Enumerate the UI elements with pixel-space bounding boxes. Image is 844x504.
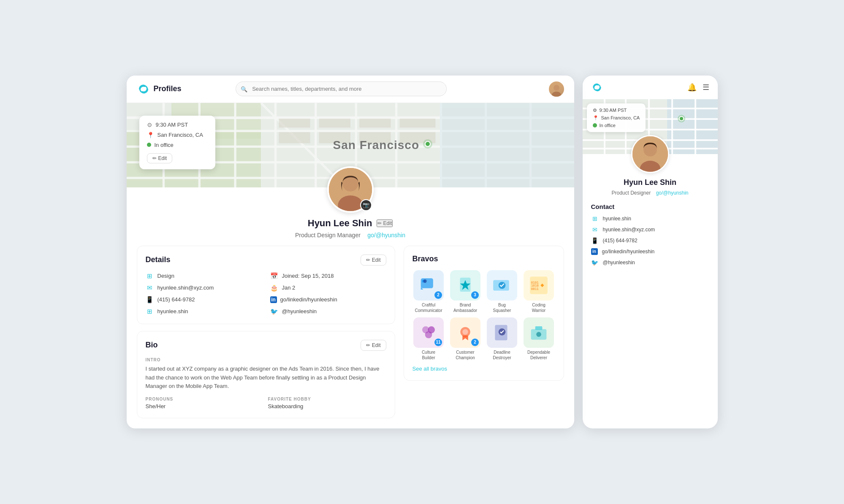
twitter-icon: 🐦 [270, 308, 279, 315]
pencil-icon: ✏ [366, 342, 370, 348]
popup-status: In office [155, 142, 174, 148]
contact-title: Contact [591, 203, 709, 210]
bravo-name: BugSquasher [486, 302, 518, 313]
mobile-time-row: ⚙ 9:30 AM PST [593, 108, 640, 113]
mobile-location-icon: 📍 [593, 115, 599, 121]
svg-rect-24 [359, 119, 391, 127]
contact-slack: hyunlee.shin [603, 216, 631, 222]
search-input[interactable] [236, 81, 447, 96]
bravos-header: Bravos [413, 255, 555, 263]
logo-icon [137, 82, 150, 96]
mobile-link[interactable]: go/@hyunshin [656, 190, 689, 196]
slack-icon: ⊞ [146, 308, 154, 315]
phone-value: (415) 644-9782 [157, 296, 195, 303]
clock-icon: ⚙ [147, 122, 152, 128]
detail-birthday: 🎂 Jan 2 [270, 284, 386, 292]
search-icon: 🔍 [241, 86, 247, 92]
details-section: Details ✏ Edit ⊞ Design 📅 Jo [137, 246, 395, 324]
mobile-contact-phone: 📱 (415) 644-9782 [591, 237, 709, 244]
map-location-dot [425, 141, 431, 147]
bravo-image: 2 [413, 270, 444, 301]
bravo-image [487, 317, 517, 348]
edit-label: Edit [372, 257, 381, 263]
twitter-value: @hyunleeshin [282, 308, 317, 314]
camera-badge[interactable]: 📷 [360, 199, 372, 211]
bravo-count: 2 [471, 339, 479, 346]
bravo-item[interactable]: 2 CustomerChampion [449, 317, 482, 360]
bravo-item[interactable]: 2 CraftfulCommunicator [413, 270, 445, 313]
bell-icon[interactable]: 🔔 [687, 83, 697, 92]
bravo-item[interactable]: DeadlineDestroyer [486, 317, 518, 360]
twitter-icon: 🐦 [591, 259, 599, 266]
svg-rect-22 [279, 119, 310, 127]
mobile-card: 🔔 ☰ ⚙ [583, 76, 718, 428]
bravo-image: 2 [450, 317, 480, 348]
mobile-name: Hyun Lee Shin [591, 178, 709, 187]
bio-section: Bio ✏ Edit INTRO I started out at XYZ co… [137, 331, 395, 418]
location-icon: 📍 [147, 132, 154, 138]
user-avatar[interactable] [549, 81, 564, 97]
bravo-image: 0101 1010 0011 [524, 270, 554, 301]
mobile-contact-linkedin: in go/linkedin/hyunleeshin [591, 248, 709, 255]
app-name: Profiles [154, 84, 182, 93]
mobile-contact-slack: ⊞ hyunlee.shin [591, 215, 709, 222]
bio-title: Bio [146, 341, 158, 350]
contact-linkedin: go/linkedin/hyunleeshin [602, 249, 655, 255]
bio-pronouns: PRONOUNS She/Her [146, 397, 264, 409]
bravos-title: Bravos [413, 255, 438, 263]
bravo-image: 3 [450, 270, 480, 301]
bravo-item[interactable]: BugSquasher [486, 270, 518, 313]
detail-twitter: 🐦 @hyunleeshin [270, 308, 386, 315]
mobile-time: 9:30 AM PST [600, 108, 627, 113]
svg-point-45 [425, 331, 432, 338]
email-icon: ✉ [146, 284, 154, 292]
svg-rect-23 [319, 119, 350, 127]
bravo-item[interactable]: 11 CultureBuilder [413, 317, 445, 360]
see-all-bravos-link[interactable]: See all bravos [413, 366, 555, 372]
search-bar[interactable]: 🔍 [236, 81, 447, 96]
popup-location-row: 📍 San Francisco, CA [147, 132, 208, 138]
linkedin-icon: in [591, 248, 598, 255]
mobile-icons: 🔔 ☰ [687, 83, 709, 92]
bio-hobby: FAVORITE HOBBY Skateboarding [268, 397, 386, 409]
mobile-subtitle: Product Designer go/@hyunshin [591, 189, 709, 196]
details-title: Details [146, 255, 171, 264]
mobile-topbar: 🔔 ☰ [583, 76, 718, 99]
pencil-icon: ✏ [366, 257, 370, 263]
linkedin-value: go/linkedin/hyunleeshin [280, 296, 337, 303]
contact-twitter: @hyunleeshin [603, 260, 635, 266]
mobile-clock-icon: ⚙ [593, 108, 597, 113]
map-banner: San Francisco ⚙ 9:30 AM PST 📍 San Franci… [127, 103, 574, 187]
details-edit-button[interactable]: ✏ Edit [361, 255, 386, 266]
profile-link[interactable]: go/@hyunshin [367, 232, 405, 238]
svg-point-47 [462, 329, 468, 334]
bravo-name: CraftfulCommunicator [413, 302, 445, 313]
contact-phone: (415) 644-9782 [603, 238, 638, 244]
mobile-popup: ⚙ 9:30 AM PST 📍 San Francisco, CA In off… [587, 103, 646, 132]
contact-email: hyunlee.shin@xyz.com [603, 227, 655, 233]
bravo-name: CodingWarrior [523, 302, 555, 313]
detail-email: ✉ hyunlee.shin@xyz.com [146, 284, 262, 292]
svg-rect-51 [535, 326, 543, 330]
edit-name-button[interactable]: ✏ Edit [377, 219, 393, 227]
right-column: Bravos 2 [404, 246, 564, 418]
menu-icon[interactable]: ☰ [703, 83, 709, 92]
detail-joined: 📅 Joined: Sep 15, 2018 [270, 272, 386, 280]
bio-edit-button[interactable]: ✏ Edit [361, 340, 386, 351]
bravo-item[interactable]: DependableDeliverer [523, 317, 555, 360]
mobile-status: In office [600, 123, 616, 128]
bravo-item[interactable]: 0101 1010 0011 CodingWarrior [523, 270, 555, 313]
mobile-avatar-svg [632, 136, 668, 172]
edit-label: Edit [383, 220, 392, 226]
bravo-item[interactable]: 3 BrandAmbassador [449, 270, 482, 313]
location-edit-button[interactable]: ✏ Edit [147, 153, 173, 163]
bravo-image: 11 [413, 317, 444, 348]
hobby-label: FAVORITE HOBBY [268, 397, 386, 401]
bravo-svg [491, 322, 513, 343]
bravo-count: 11 [434, 339, 442, 346]
bio-intro-label: INTRO [146, 358, 386, 362]
bio-header: Bio ✏ Edit [146, 340, 386, 351]
mobile-profile-info: Hyun Lee Shin Product Designer go/@hyuns… [583, 173, 718, 203]
mobile-logo-icon [591, 81, 603, 93]
detail-department: ⊞ Design [146, 272, 262, 280]
